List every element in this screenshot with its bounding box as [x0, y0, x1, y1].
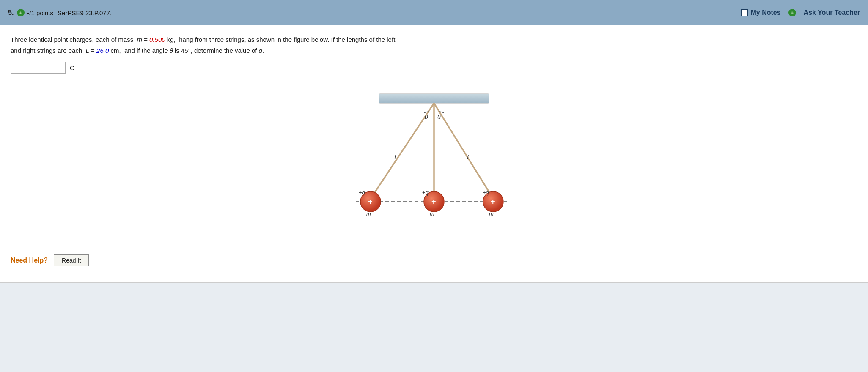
my-notes-label: My Notes [750, 9, 780, 16]
points-plus-icon: + [17, 9, 25, 16]
question-header: 5. + -/1 points SerPSE9 23.P.077. My Not… [0, 0, 868, 25]
svg-text:+q: +q [359, 189, 365, 196]
svg-text:L: L [394, 153, 398, 161]
ask-teacher-button[interactable]: Ask Your Teacher [804, 9, 860, 16]
svg-text:m: m [430, 211, 434, 217]
svg-text:+q: +q [422, 189, 429, 196]
physics-diagram: θ θ L L + +q [324, 81, 544, 242]
svg-text:+: + [491, 197, 495, 206]
question-container: 5. + -/1 points SerPSE9 23.P.077. My Not… [0, 0, 868, 283]
problem-text: Three identical point charges, each of m… [11, 34, 857, 56]
need-help-row: Need Help? Read It [11, 254, 857, 274]
outer-wrapper: 5. + -/1 points SerPSE9 23.P.077. My Not… [0, 0, 868, 372]
need-help-label: Need Help? [11, 257, 48, 264]
my-notes-button[interactable]: My Notes [741, 9, 780, 16]
answer-input[interactable] [11, 62, 66, 74]
svg-text:+: + [431, 197, 436, 206]
svg-text:L: L [467, 153, 470, 161]
diagram-wrapper: θ θ L L + +q [11, 81, 857, 242]
svg-line-2 [434, 103, 493, 199]
svg-text:θ: θ [425, 114, 428, 120]
svg-text:m: m [489, 211, 494, 217]
question-number: 5. [8, 9, 14, 16]
answer-unit: C [70, 64, 74, 71]
question-body: Three identical point charges, each of m… [0, 25, 868, 282]
svg-text:+: + [368, 197, 373, 206]
text-before-m: Three identical point charges, each of m… [11, 36, 395, 54]
ask-teacher-label: Ask Your Teacher [804, 9, 860, 16]
answer-row: C [11, 62, 857, 74]
my-notes-icon [741, 9, 748, 16]
ask-teacher-plus-icon: + [788, 9, 796, 16]
svg-text:+q: +q [483, 189, 489, 196]
points-text: -/1 points [27, 9, 53, 16]
svg-text:θ: θ [437, 114, 441, 120]
svg-rect-0 [379, 94, 489, 103]
source-text: SerPSE9 23.P.077. [58, 9, 741, 16]
svg-text:m: m [366, 211, 371, 217]
read-it-button[interactable]: Read It [54, 254, 89, 266]
header-actions: My Notes + Ask Your Teacher [741, 9, 860, 16]
